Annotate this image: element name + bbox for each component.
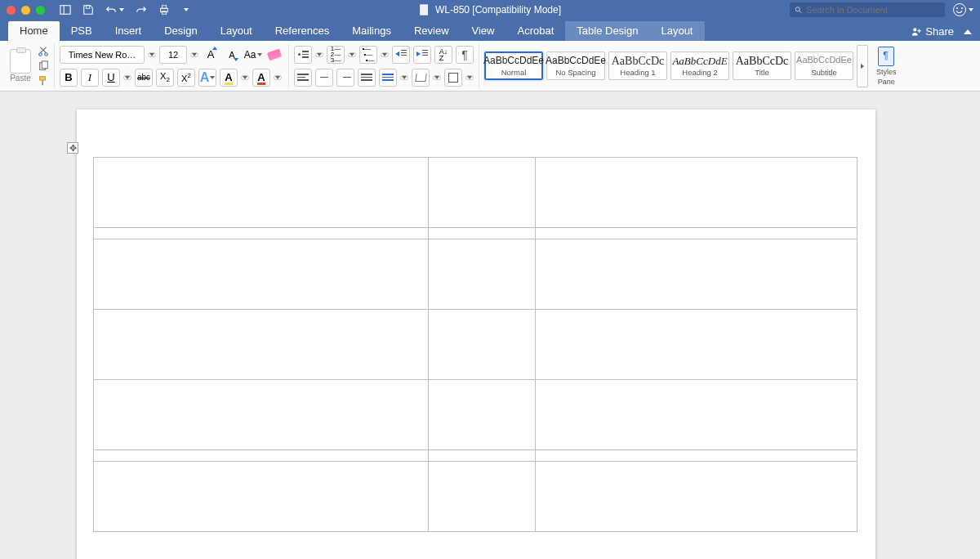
font-name-combo[interactable]: Times New Ro… — [60, 46, 145, 64]
table-cell[interactable] — [428, 462, 536, 532]
tab-review-7[interactable]: Review — [403, 21, 461, 41]
paste-button[interactable]: Paste — [10, 49, 31, 83]
table-cell[interactable] — [94, 380, 429, 450]
decrease-indent-button[interactable] — [392, 46, 410, 64]
sidebar-toggle-icon[interactable] — [60, 4, 71, 16]
align-justify-button[interactable] — [358, 69, 376, 87]
style-subtitle[interactable]: AaBbCcDdEeSubtitle — [795, 51, 853, 80]
underline-dropdown[interactable] — [123, 75, 131, 80]
style-title[interactable]: AaBbCcDcTitle — [733, 51, 791, 80]
cut-icon[interactable] — [38, 46, 49, 57]
style-heading-1[interactable]: AaBbCcDcHeading 1 — [608, 51, 667, 80]
strikethrough-button[interactable]: abc — [135, 69, 153, 87]
shading-button[interactable] — [412, 69, 430, 87]
redo-icon[interactable] — [136, 4, 147, 16]
subscript-button[interactable]: X2 — [156, 69, 174, 87]
bullets-dropdown[interactable] — [315, 52, 323, 57]
table-cell[interactable] — [536, 310, 858, 380]
table-cell[interactable] — [428, 310, 536, 380]
table-cell[interactable] — [94, 158, 429, 228]
grow-font-button[interactable]: A — [202, 46, 220, 64]
table-move-handle[interactable]: ✥ — [67, 142, 78, 154]
table-cell[interactable] — [428, 228, 536, 239]
table-cell[interactable] — [428, 239, 536, 310]
font-size-dropdown[interactable] — [190, 52, 198, 57]
document-page[interactable]: ✥ — [77, 110, 875, 559]
align-left-button[interactable] — [294, 69, 312, 87]
table-row[interactable] — [94, 158, 858, 228]
borders-button[interactable] — [444, 69, 462, 87]
tab-design-3[interactable]: Design — [153, 21, 208, 41]
numbering-dropdown[interactable] — [348, 52, 356, 57]
numbering-button[interactable]: 1—2—3— — [327, 46, 345, 64]
text-effects-button[interactable]: A — [198, 69, 216, 87]
tab-references-5[interactable]: References — [264, 21, 341, 41]
clear-formatting-button[interactable] — [265, 46, 283, 64]
undo-button[interactable] — [105, 4, 124, 16]
table-cell[interactable] — [428, 158, 536, 228]
share-button[interactable]: Share — [925, 25, 954, 38]
change-case-button[interactable]: Aa — [244, 46, 262, 64]
table-row[interactable] — [94, 228, 858, 239]
show-marks-button[interactable]: ¶ — [456, 46, 474, 64]
document-table[interactable] — [93, 157, 858, 532]
style-normal[interactable]: AaBbCcDdEeNormal — [484, 51, 543, 80]
table-cell[interactable] — [536, 450, 858, 462]
highlight-color-button[interactable]: A — [220, 69, 238, 87]
tab-layout-11[interactable]: Layout — [649, 21, 704, 41]
bullets-button[interactable] — [294, 46, 312, 64]
table-row[interactable] — [94, 450, 858, 462]
increase-indent-button[interactable] — [413, 46, 431, 64]
table-cell[interactable] — [94, 310, 429, 380]
save-icon[interactable] — [82, 4, 94, 16]
shrink-font-button[interactable]: A — [223, 46, 241, 64]
table-cell[interactable] — [94, 228, 429, 239]
table-cell[interactable] — [536, 462, 858, 532]
zoom-window-button[interactable] — [36, 6, 45, 15]
borders-dropdown[interactable] — [466, 75, 474, 80]
tab-psb-1[interactable]: PSB — [60, 21, 104, 41]
tab-insert-2[interactable]: Insert — [104, 21, 154, 41]
align-right-button[interactable] — [336, 69, 354, 87]
minimize-window-button[interactable] — [21, 6, 30, 15]
italic-button[interactable]: I — [81, 69, 99, 87]
table-row[interactable] — [94, 380, 858, 450]
line-spacing-button[interactable] — [379, 69, 397, 87]
feedback-button[interactable] — [953, 3, 973, 16]
table-row[interactable] — [94, 239, 858, 310]
style-no-spacing[interactable]: AaBbCcDdEeNo Spacing — [546, 51, 605, 80]
multilevel-dropdown[interactable] — [381, 52, 389, 57]
table-cell[interactable] — [536, 228, 858, 239]
document-workspace[interactable]: ✥ — [0, 92, 980, 559]
styles-gallery-more[interactable] — [857, 45, 868, 87]
table-cell[interactable] — [428, 450, 536, 462]
tab-acrobat-9[interactable]: Acrobat — [506, 21, 565, 41]
styles-pane-button[interactable]: Styles Pane — [873, 47, 900, 86]
search-in-document[interactable] — [790, 2, 945, 17]
tab-view-8[interactable]: View — [461, 21, 506, 41]
align-center-button[interactable] — [315, 69, 333, 87]
table-cell[interactable] — [536, 158, 858, 228]
table-cell[interactable] — [94, 450, 429, 462]
font-color-dropdown[interactable] — [274, 75, 282, 80]
style-heading-2[interactable]: AaBbCcDdEHeading 2 — [670, 51, 729, 80]
format-painter-icon[interactable] — [38, 75, 49, 87]
tab-mailings-6[interactable]: Mailings — [341, 21, 403, 41]
tab-layout-4[interactable]: Layout — [209, 21, 264, 41]
copy-icon[interactable] — [38, 60, 49, 72]
table-row[interactable] — [94, 310, 858, 380]
table-cell[interactable] — [94, 239, 429, 310]
close-window-button[interactable] — [7, 6, 16, 15]
tab-table-design-10[interactable]: Table Design — [565, 21, 649, 41]
bold-button[interactable]: B — [60, 69, 78, 87]
highlight-color-dropdown[interactable] — [241, 75, 249, 80]
sort-button[interactable]: A↓Z — [434, 46, 452, 64]
table-cell[interactable] — [428, 380, 536, 450]
underline-button[interactable]: U — [102, 69, 120, 87]
collapse-ribbon-button[interactable] — [964, 29, 972, 34]
font-name-dropdown[interactable] — [148, 52, 156, 57]
table-cell[interactable] — [536, 239, 858, 310]
table-cell[interactable] — [94, 462, 429, 532]
search-input[interactable] — [806, 5, 940, 15]
multilevel-list-button[interactable]: •— •— •— — [359, 46, 377, 64]
